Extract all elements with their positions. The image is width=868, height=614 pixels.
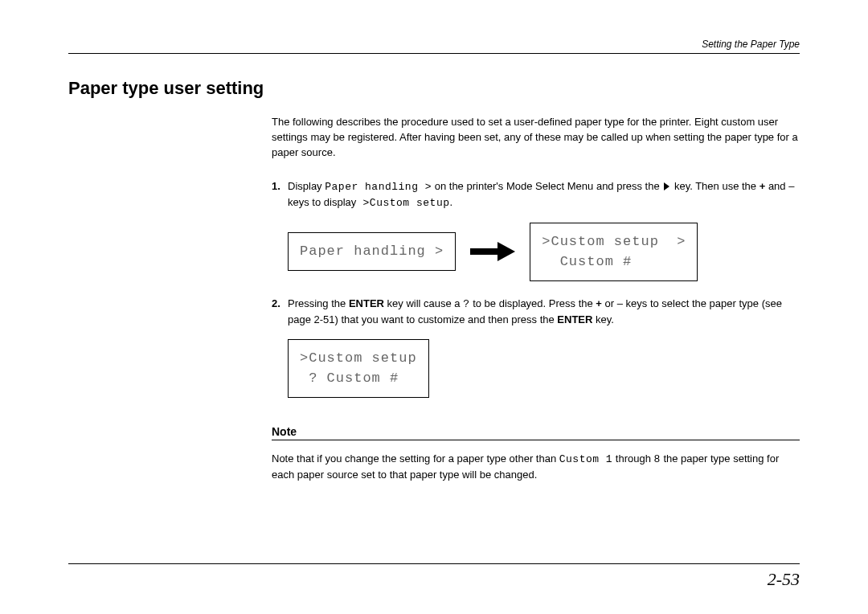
page-title: Paper type user setting <box>68 78 800 99</box>
plus-key: + <box>596 297 602 309</box>
step-text: key. <box>592 313 614 325</box>
step-text: Pressing the <box>288 297 349 309</box>
lcd-display-1: Paper handling > <box>288 232 456 271</box>
step-text: on the printer's Mode Select Menu and pr… <box>435 180 663 192</box>
lcd-display-row: >Custom setup ? Custom # <box>288 339 800 398</box>
step-text: key will cause a <box>384 297 463 309</box>
intro-paragraph: The following describes the procedure us… <box>272 115 800 161</box>
step-1: 1. Display Paper handling > on the print… <box>272 178 800 281</box>
step-text: Display <box>288 180 322 192</box>
note-mono: 8 <box>654 453 661 465</box>
note-text: through <box>612 452 653 465</box>
enter-key: ENTER <box>557 313 592 325</box>
step-number: 2. <box>272 296 280 312</box>
step-text: to be displayed. Press the <box>470 297 596 309</box>
enter-key: ENTER <box>349 297 384 309</box>
lcd-display-2: >Custom setup > Custom # <box>530 223 698 281</box>
svg-marker-1 <box>497 242 515 261</box>
lcd-line: >Custom setup <box>300 350 417 366</box>
step-text: . <box>449 196 452 208</box>
procedure-steps: 1. Display Paper handling > on the print… <box>272 178 800 398</box>
note-mono: Custom 1 <box>559 453 612 465</box>
step-text: key. Then use the <box>671 180 759 192</box>
manual-page: Setting the Paper Type Paper type user s… <box>0 0 868 614</box>
arrow-right-icon <box>470 242 515 261</box>
lcd-line: >Custom setup > <box>542 234 686 249</box>
body-content: The following describes the procedure us… <box>272 115 800 483</box>
running-head: Setting the Paper Type <box>68 39 800 54</box>
lcd-display-row: Paper handling > >Custom setup > Custom … <box>288 223 800 281</box>
lcd-inline-text: Paper handling > <box>325 181 432 193</box>
step-2: 2. Pressing the ENTER key will cause a ?… <box>272 296 800 398</box>
question-mark: ? <box>463 298 469 310</box>
note-text: Note that if you change the setting for … <box>272 452 559 465</box>
lcd-line: Custom # <box>542 254 632 269</box>
lcd-line: ? Custom # <box>300 370 399 386</box>
lcd-inline-text: >Custom setup <box>356 197 449 209</box>
right-triangle-icon <box>664 182 669 190</box>
page-number: 2-53 <box>68 563 800 590</box>
svg-rect-0 <box>470 248 497 255</box>
lcd-display-3: >Custom setup ? Custom # <box>288 339 429 398</box>
note-body: Note that if you change the setting for … <box>272 451 800 483</box>
note-heading: Note <box>272 425 800 440</box>
step-number: 1. <box>272 178 280 194</box>
